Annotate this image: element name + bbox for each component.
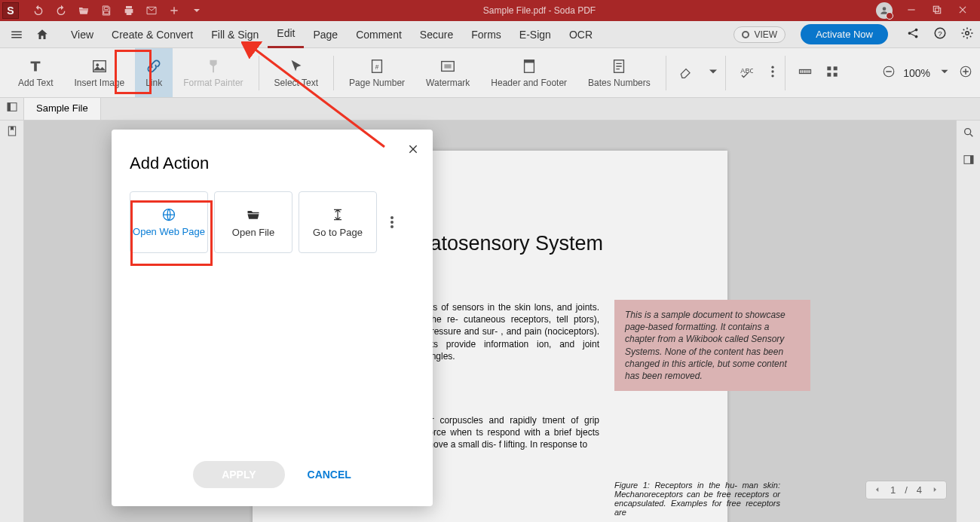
- option-go-to-page[interactable]: Go to Page: [299, 191, 377, 253]
- option-label: Go to Page: [313, 227, 363, 238]
- svg-point-40: [390, 216, 394, 219]
- cancel-button[interactable]: CANCEL: [308, 469, 351, 481]
- options-more-icon[interactable]: [383, 191, 401, 253]
- option-label: Open File: [232, 227, 274, 238]
- add-action-dialog: Add Action Open Web Page Open File Go to…: [112, 130, 433, 506]
- svg-line-43: [253, 47, 384, 147]
- svg-point-42: [390, 225, 394, 228]
- dialog-title: Add Action: [130, 154, 415, 173]
- apply-button[interactable]: APPLY: [193, 461, 284, 488]
- option-open-file[interactable]: Open File: [214, 191, 292, 253]
- dialog-close-icon[interactable]: [407, 143, 419, 158]
- annotation-arrow: [241, 41, 392, 154]
- svg-point-41: [390, 221, 394, 224]
- option-label: Open Web Page: [133, 227, 205, 238]
- option-open-web-page[interactable]: Open Web Page: [130, 191, 208, 253]
